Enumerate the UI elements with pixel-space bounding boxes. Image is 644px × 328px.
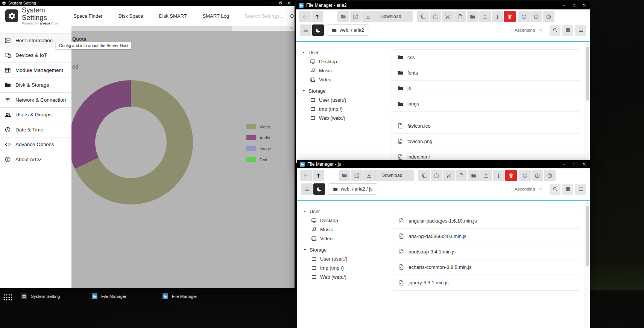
tree-item-user-drive[interactable]: User (user:/): [302, 95, 389, 104]
delete-button[interactable]: [504, 11, 516, 22]
list-view-button[interactable]: [575, 25, 586, 36]
scroll-up-button[interactable]: [585, 201, 590, 205]
minimize-button[interactable]: [562, 162, 566, 166]
close-button[interactable]: [582, 162, 586, 166]
tree-item-web-drive[interactable]: Web (web:/): [302, 113, 389, 122]
paste-button[interactable]: [430, 11, 441, 22]
scrollbar-thumb[interactable]: [71, 26, 232, 31]
maximize-button[interactable]: [572, 162, 576, 166]
properties-button[interactable]: [532, 170, 543, 181]
scrollbar-thumb[interactable]: [586, 47, 589, 101]
grid-view-button[interactable]: [562, 184, 573, 195]
sidebar-item-disk-storage[interactable]: Disk & Storage: [0, 78, 71, 93]
sidebar-item-users-groups[interactable]: Users & Groups: [0, 108, 71, 123]
open-button[interactable]: [339, 170, 350, 181]
folder-row[interactable]: langs: [392, 96, 580, 111]
sidebar-item-network-connection[interactable]: Network & Connection: [0, 93, 71, 108]
help-button[interactable]: [543, 11, 554, 22]
search-button[interactable]: [550, 184, 560, 195]
titlebar[interactable]: File Manager - js: [297, 160, 590, 168]
new-file-button[interactable]: [454, 11, 466, 22]
properties-button[interactable]: [530, 11, 542, 22]
close-button[interactable]: [287, 1, 292, 5]
tree-section-user[interactable]: User: [303, 207, 390, 216]
sidebar-item-about-aroz[interactable]: About ArOZ: [0, 152, 71, 167]
tree-item-music[interactable]: Music: [303, 225, 390, 234]
file-row[interactable]: angular-packages-1.6.10.min.js: [393, 213, 580, 229]
list-view-button[interactable]: [575, 184, 586, 195]
new-file-button[interactable]: [456, 170, 467, 181]
dark-mode-button[interactable]: [313, 183, 325, 195]
horizontal-scrollbar[interactable]: [71, 26, 295, 31]
sidebar-item-module-management[interactable]: Module Management: [0, 63, 71, 78]
vertical-scrollbar[interactable]: [585, 201, 590, 328]
taskbar-item-file-manager-2[interactable]: File Manager: [163, 293, 233, 299]
folder-row[interactable]: fonts: [392, 65, 580, 81]
up-button[interactable]: [313, 170, 324, 181]
taskbar-item-file-manager-1[interactable]: File Manager: [92, 293, 163, 299]
tree-section-user[interactable]: User: [302, 48, 389, 57]
scroll-up-button[interactable]: [585, 42, 590, 46]
upload-button[interactable]: [479, 11, 491, 22]
rename-button[interactable]: [493, 170, 504, 181]
sidebar-item-date-time[interactable]: Date & Time: [0, 122, 71, 137]
tree-item-web-drive[interactable]: Web (web:/): [303, 272, 390, 281]
maximize-button[interactable]: [572, 3, 576, 7]
download-button[interactable]: Download: [362, 11, 413, 22]
scroll-right-button[interactable]: [289, 26, 295, 31]
sort-dropdown[interactable]: Ascending: [515, 28, 542, 32]
menu-button[interactable]: [301, 183, 313, 195]
help-button[interactable]: [544, 170, 556, 181]
back-button[interactable]: [300, 170, 312, 181]
paste-button[interactable]: [431, 170, 442, 181]
refresh-button[interactable]: [519, 170, 531, 181]
folder-row[interactable]: js: [392, 81, 580, 96]
sort-dropdown[interactable]: Ascending: [515, 187, 542, 191]
download-button[interactable]: Download: [363, 170, 414, 181]
app-launcher-button[interactable]: [3, 294, 13, 301]
breadcrumb[interactable]: web: / aria2 / js: [328, 183, 377, 195]
minimize-button[interactable]: [562, 3, 566, 7]
vertical-scrollbar[interactable]: [585, 42, 590, 163]
rename-button[interactable]: [492, 11, 503, 22]
breadcrumb[interactable]: web: / aria2: [327, 24, 369, 36]
tree-item-tmp-drive[interactable]: tmp (tmp:/): [303, 263, 390, 272]
up-button[interactable]: [311, 11, 323, 22]
tree-section-storage[interactable]: Storage: [302, 86, 389, 95]
copy-button[interactable]: [418, 170, 430, 181]
taskbar-item-system-setting[interactable]: System Setting: [21, 293, 92, 299]
open-button[interactable]: [337, 11, 349, 22]
tab-smart-log[interactable]: SMART Log: [203, 13, 229, 19]
back-button[interactable]: [299, 11, 311, 22]
file-row[interactable]: echarts-common-3.8.5.min.js: [393, 259, 580, 275]
tab-disk-smart[interactable]: Disk SMART: [159, 13, 187, 19]
cut-button[interactable]: [442, 11, 454, 22]
folder-row[interactable]: css: [392, 50, 580, 65]
copy-button[interactable]: [417, 11, 429, 22]
dark-mode-button[interactable]: [312, 24, 324, 36]
tree-item-video[interactable]: Video: [303, 234, 390, 243]
new-folder-button[interactable]: [467, 11, 478, 22]
new-folder-button[interactable]: [468, 170, 480, 181]
open-in-new-window-button[interactable]: [350, 11, 361, 22]
file-row[interactable]: jquery-3.3.1.min.js: [393, 275, 580, 290]
titlebar[interactable]: File Manager - aria2: [296, 1, 590, 9]
tree-item-music[interactable]: Music: [302, 66, 389, 75]
file-row[interactable]: aria-ng-da5356c403.min.js: [393, 229, 580, 244]
open-in-new-window-button[interactable]: [351, 170, 363, 181]
tree-item-user-drive[interactable]: User (user:/): [303, 254, 390, 263]
tree-item-video[interactable]: Video: [302, 75, 389, 84]
titlebar[interactable]: System Setting: [0, 0, 295, 6]
tab-disk-space[interactable]: Disk Space: [118, 13, 143, 19]
file-row[interactable]: favicon.ico: [392, 118, 580, 134]
tree-item-desktop[interactable]: Desktop: [303, 216, 390, 225]
delete-button[interactable]: [505, 170, 517, 181]
tab-space-finder[interactable]: Space Finder: [73, 13, 102, 19]
file-row[interactable]: favicon.png: [392, 134, 580, 149]
close-button[interactable]: [582, 3, 586, 8]
cut-button[interactable]: [443, 170, 455, 181]
tree-item-tmp-drive[interactable]: tmp (tmp:/): [302, 104, 389, 113]
sidebar-item-advance-options[interactable]: Advance Options: [0, 137, 71, 153]
settings-search-input[interactable]: [244, 13, 290, 19]
refresh-button[interactable]: [518, 11, 530, 22]
